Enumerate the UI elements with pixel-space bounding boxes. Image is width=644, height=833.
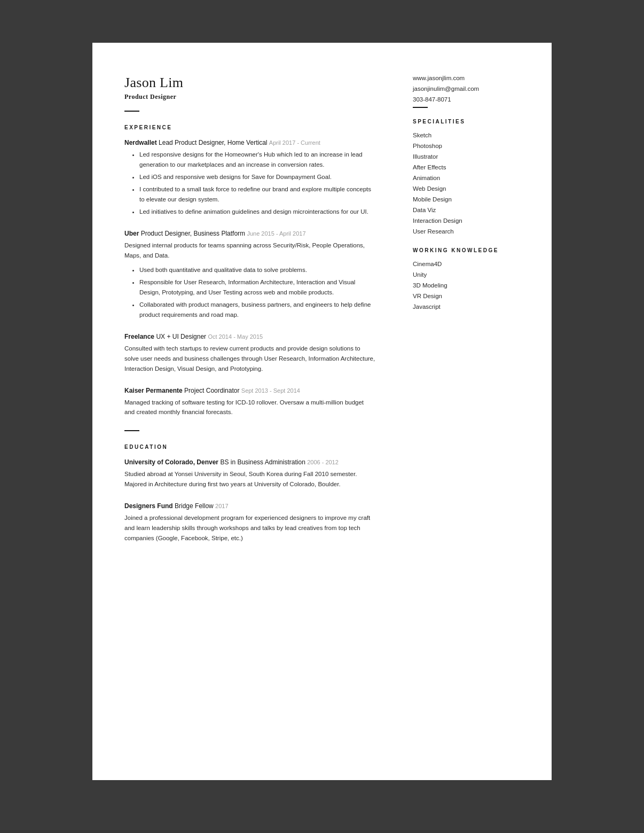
education-heading: Education [124,444,375,450]
bullet-item: I contributed to a small task force to r… [139,184,375,205]
section-divider [124,430,139,431]
skill-3d-modeling: 3D Modeling [413,282,520,289]
skill-user-research: User Research [413,228,520,235]
uber-description: Designed internal products for teams spa… [124,240,375,261]
specialities-section: Specialities Sketch Photoshop Illustrato… [413,119,520,235]
designers-fund-degree: Bridge Fellow [175,502,215,510]
phone-number: 303-847-8071 [413,96,520,103]
header-divider [124,111,139,112]
edu-uc-denver: University of Colorado, Denver BS in Bus… [124,458,375,489]
job-kaiser: Kaiser Permanente Project Coordinator Se… [124,387,375,418]
email-link: jasonjinulim@gmail.com [413,85,520,92]
bullet-item: Responsible for User Research, Informati… [139,277,375,298]
bullet-item: Collaborated with product managers, busi… [139,300,375,320]
freelance-description: Consulted with tech startups to review c… [124,344,375,374]
experience-section: Experience Nerdwallet Lead Product Desig… [124,124,375,417]
nerdwallet-company: Nerdwallet [124,139,157,146]
job-freelance: Freelance UX + UI Designer Oct 2014 - Ma… [124,333,375,374]
contact-info: www.jasonjlim.com jasonjinulim@gmail.com… [413,75,520,103]
kaiser-company: Kaiser Permanente [124,387,183,394]
uber-title-row: Uber Product Designer, Business Platform… [124,230,375,237]
uber-bullets: Used both quantitative and qualitative d… [124,265,375,320]
bullet-item: Led responsive designs for the Homeowner… [139,150,375,170]
designers-fund-description: Joined a professional development progra… [124,513,375,543]
specialities-heading: Specialities [413,119,520,124]
skill-cinema4d: Cinema4D [413,261,520,267]
education-section: Education University of Colorado, Denver… [124,444,375,543]
bullet-item: Led iOS and responsive web designs for S… [139,172,375,182]
nerdwallet-role: Lead Product Designer, Home Vertical [159,139,269,146]
skill-after-effects: After Effects [413,164,520,170]
resume-header: Jason Lim Product Designer [124,75,375,112]
freelance-dates: Oct 2014 - May 2015 [208,333,263,340]
kaiser-dates: Sept 2013 - Sept 2014 [241,387,300,394]
kaiser-title-row: Kaiser Permanente Project Coordinator Se… [124,387,375,394]
nerdwallet-dates: April 2017 - Current [269,139,320,146]
uc-denver-description: Studied abroad at Yonsei University in S… [124,469,375,489]
kaiser-role: Project Coordinator [184,387,241,394]
edu-designers-fund: Designers Fund Bridge Fellow 2017 Joined… [124,502,375,543]
skill-web-design: Web Design [413,185,520,192]
uber-company: Uber [124,230,139,237]
job-title: Product Designer [124,93,375,101]
kaiser-description: Managed tracking of software testing for… [124,398,375,418]
uc-denver-dates: 2006 - 2012 [307,459,339,465]
uber-dates: June 2015 - April 2017 [247,230,305,237]
name: Jason Lim [124,75,375,91]
skill-illustrator: Illustrator [413,153,520,160]
experience-heading: Experience [124,124,375,130]
job-uber: Uber Product Designer, Business Platform… [124,230,375,320]
skill-animation: Animation [413,175,520,181]
uc-denver-degree: BS in Business Administration [220,458,307,466]
resume-page: Jason Lim Product Designer Experience Ne… [92,43,552,780]
freelance-role: UX + UI Designer [156,333,208,340]
job-nerdwallet: Nerdwallet Lead Product Designer, Home V… [124,139,375,217]
skill-sketch: Sketch [413,132,520,138]
freelance-title-row: Freelance UX + UI Designer Oct 2014 - Ma… [124,333,375,340]
skill-javascript: Javascript [413,303,520,310]
skill-unity: Unity [413,271,520,278]
designers-fund-title-row: Designers Fund Bridge Fellow 2017 [124,502,375,510]
website-link: www.jasonjlim.com [413,75,520,81]
nerdwallet-title-row: Nerdwallet Lead Product Designer, Home V… [124,139,375,146]
skill-data-viz: Data Viz [413,207,520,213]
right-divider [413,107,428,108]
left-column: Jason Lim Product Designer Experience Ne… [124,75,402,748]
uc-denver-school: University of Colorado, Denver [124,458,218,466]
nerdwallet-bullets: Led responsive designs for the Homeowner… [124,150,375,217]
working-knowledge-section: Working Knowledge Cinema4D Unity 3D Mode… [413,247,520,310]
designers-fund-dates: 2017 [215,503,228,509]
bullet-item: Led initiatives to define animation guid… [139,207,375,217]
right-column: www.jasonjlim.com jasonjinulim@gmail.com… [402,75,520,748]
uber-role: Product Designer, Business Platform [141,230,247,237]
skill-vr-design: VR Design [413,293,520,299]
freelance-company: Freelance [124,333,154,340]
skill-interaction-design: Interaction Design [413,217,520,224]
bullet-item: Used both quantitative and qualitative d… [139,265,375,275]
designers-fund-school: Designers Fund [124,502,173,510]
skill-mobile-design: Mobile Design [413,196,520,203]
skill-photoshop: Photoshop [413,143,520,149]
working-knowledge-heading: Working Knowledge [413,247,520,253]
uc-denver-title-row: University of Colorado, Denver BS in Bus… [124,458,375,466]
